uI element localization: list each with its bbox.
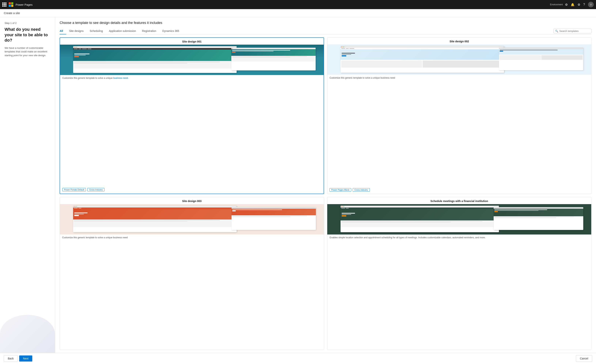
notification-icon[interactable]: 🔔 — [571, 3, 574, 7]
card-tag-001-1[interactable]: Cross-Industry — [87, 188, 104, 191]
panel-heading: Choose a template to see design details … — [60, 21, 591, 25]
template-card-002[interactable]: Site design 002 — [327, 37, 591, 194]
environment-label: Environment — [550, 3, 563, 6]
tabs-row: All Site designs Scheduling Application … — [60, 28, 591, 34]
card-description-002: Customize this generic template to solve… — [327, 75, 591, 187]
card-preview-003 — [60, 204, 324, 235]
card-tags-004 — [327, 346, 591, 349]
card-tags-003 — [60, 346, 324, 349]
tab-dynamics365[interactable]: Dynamics 365 — [159, 28, 182, 34]
tab-scheduling[interactable]: Scheduling — [87, 28, 106, 34]
card-preview-004 — [327, 204, 591, 235]
search-input[interactable] — [559, 30, 590, 32]
left-panel: Step 1 of 2 What do you need your site t… — [0, 17, 55, 353]
card-preview-002 — [327, 45, 591, 75]
card-description-001: Customize this generic template to solve… — [60, 75, 324, 186]
app-grid-icon[interactable] — [2, 2, 7, 7]
template-card-003[interactable]: Site design 003 — [60, 197, 324, 350]
card-link-001[interactable]: business need — [113, 77, 128, 79]
page-title: Create a site — [4, 11, 20, 15]
step-question: What do you need your site to be able to… — [5, 27, 50, 43]
search-icon: 🔍 — [555, 30, 558, 32]
nav-icons: ⚙ 🔔 ⚙ ? U — [565, 2, 594, 7]
next-button[interactable]: Next — [19, 356, 32, 362]
right-panel: Choose a template to see design details … — [55, 17, 596, 353]
step-label: Step 1 of 2 — [5, 22, 50, 24]
card-description-004: Enables simple location selection and ap… — [327, 235, 591, 346]
avatar[interactable]: U — [588, 2, 594, 7]
settings-icon[interactable]: ⚙ — [578, 3, 580, 7]
tab-site-designs[interactable]: Site designs — [66, 28, 87, 34]
card-title-001: Site design 001 — [60, 38, 324, 45]
background-decoration — [0, 315, 55, 353]
card-tag-002-1[interactable]: Cross-Industry — [353, 188, 370, 192]
card-title-004: Schedule meetings with a financial insti… — [327, 197, 591, 204]
page-title-bar: Create a site — [0, 9, 596, 17]
card-preview-001 — [60, 45, 324, 75]
templates-grid: Site design 001 — [60, 37, 591, 353]
card-title-003: Site design 003 — [60, 197, 324, 204]
template-card-004[interactable]: Schedule meetings with a financial insti… — [327, 197, 591, 350]
main-content: Step 1 of 2 What do you need your site t… — [0, 17, 596, 353]
card-tag-002-0[interactable]: Power Pages Blank — [329, 188, 351, 192]
tab-all[interactable]: All — [60, 28, 66, 34]
search-box[interactable]: 🔍 — [553, 29, 591, 33]
template-card-001[interactable]: Site design 001 — [60, 37, 324, 194]
app-name: Power Pages — [15, 3, 32, 6]
microsoft-logo — [9, 2, 13, 7]
step-description: We have a number of customizable templat… — [5, 46, 50, 57]
top-navigation: Power Pages Environment ⚙ 🔔 ⚙ ? U — [0, 0, 596, 9]
tab-application-submission[interactable]: Application submission — [106, 28, 139, 34]
card-title-002: Site design 002 — [327, 37, 591, 45]
tab-registration[interactable]: Registration — [139, 28, 159, 34]
card-tags-002: Power Pages Blank Cross-Industry — [327, 187, 591, 194]
card-description-003: Customize this generic template to solve… — [60, 235, 324, 346]
footer: Back Next Cancel — [0, 353, 596, 364]
help-icon[interactable]: ? — [583, 3, 585, 6]
back-button[interactable]: Back — [4, 355, 18, 362]
environment-icon[interactable]: ⚙ — [565, 3, 568, 7]
cancel-button[interactable]: Cancel — [576, 355, 592, 362]
card-tag-001-0[interactable]: Power Portals Default — [62, 188, 86, 191]
card-tags-001: Power Portals Default Cross-Industry — [60, 186, 324, 194]
